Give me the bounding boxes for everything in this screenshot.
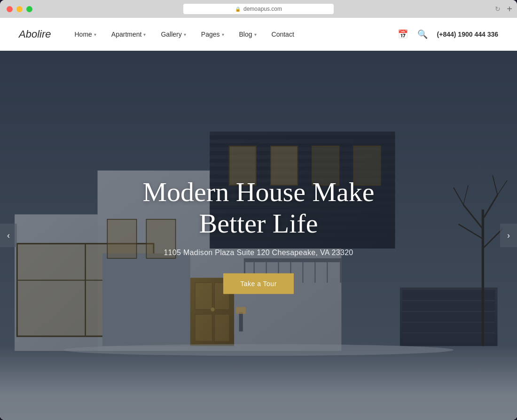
calendar-icon[interactable]: 📅 bbox=[398, 29, 408, 39]
website-content: Abolire Home ▾ Apartment ▾ Gallery ▾ Pag… bbox=[0, 18, 517, 420]
nav-home-chevron: ▾ bbox=[94, 32, 96, 37]
arrow-left-icon: ‹ bbox=[7, 231, 10, 241]
nav-apartment-chevron: ▾ bbox=[143, 32, 146, 37]
hero-title-line1: Modern House Make bbox=[143, 177, 375, 207]
carousel-next-button[interactable]: › bbox=[500, 224, 517, 247]
hero-section: ‹ Modern House Make Better Life 1105 Mad… bbox=[0, 51, 517, 420]
site-logo[interactable]: Abolire bbox=[19, 28, 51, 40]
nav-item-gallery[interactable]: Gallery ▾ bbox=[161, 31, 186, 38]
nav-right: 📅 🔍 (+844) 1900 444 336 bbox=[398, 29, 498, 39]
close-button[interactable] bbox=[7, 6, 13, 12]
hero-title-line2: Better Life bbox=[199, 208, 318, 239]
maximize-button[interactable] bbox=[26, 6, 32, 12]
nav-item-contact[interactable]: Contact bbox=[272, 31, 294, 38]
nav-item-home[interactable]: Home ▾ bbox=[74, 31, 96, 38]
carousel-prev-button[interactable]: ‹ bbox=[0, 224, 17, 247]
nav-home-label: Home bbox=[74, 31, 92, 38]
nav-menu: Home ▾ Apartment ▾ Gallery ▾ Pages ▾ Blo… bbox=[74, 31, 397, 38]
phone-number: (+844) 1900 444 336 bbox=[437, 31, 498, 38]
nav-contact-label: Contact bbox=[272, 31, 294, 38]
refresh-button[interactable]: ↻ bbox=[495, 5, 501, 13]
nav-gallery-label: Gallery bbox=[161, 31, 181, 38]
minimize-button[interactable] bbox=[16, 6, 23, 12]
nav-item-blog[interactable]: Blog ▾ bbox=[239, 31, 257, 38]
arrow-right-icon: › bbox=[507, 231, 510, 241]
nav-item-pages[interactable]: Pages ▾ bbox=[201, 31, 224, 38]
nav-blog-chevron: ▾ bbox=[254, 32, 257, 37]
nav-blog-label: Blog bbox=[239, 31, 252, 38]
hero-address: 1105 Madison Plaza Suite 120 Chesapeake,… bbox=[78, 249, 439, 257]
navbar: Abolire Home ▾ Apartment ▾ Gallery ▾ Pag… bbox=[0, 18, 517, 51]
new-tab-button[interactable]: + bbox=[507, 4, 512, 14]
mac-window: 🔒 demoapus.com ↻ + Abolire Home ▾ Apartm… bbox=[0, 0, 517, 420]
nav-item-apartment[interactable]: Apartment ▾ bbox=[111, 31, 146, 38]
mac-window-buttons bbox=[7, 6, 32, 12]
take-tour-button[interactable]: Take a Tour bbox=[223, 273, 294, 294]
address-bar[interactable]: 🔒 demoapus.com bbox=[183, 4, 334, 14]
search-icon[interactable]: 🔍 bbox=[417, 29, 428, 39]
nav-pages-chevron: ▾ bbox=[222, 32, 224, 37]
mac-titlebar: 🔒 demoapus.com ↻ + bbox=[0, 0, 517, 18]
nav-apartment-label: Apartment bbox=[111, 31, 142, 38]
lock-icon: 🔒 bbox=[235, 7, 241, 12]
url-text: demoapus.com bbox=[243, 6, 282, 12]
hero-content: Modern House Make Better Life 1105 Madis… bbox=[78, 177, 439, 294]
nav-gallery-chevron: ▾ bbox=[184, 32, 186, 37]
logo-text: Abolire bbox=[19, 28, 51, 40]
nav-pages-label: Pages bbox=[201, 31, 220, 38]
hero-title: Modern House Make Better Life bbox=[78, 177, 439, 239]
